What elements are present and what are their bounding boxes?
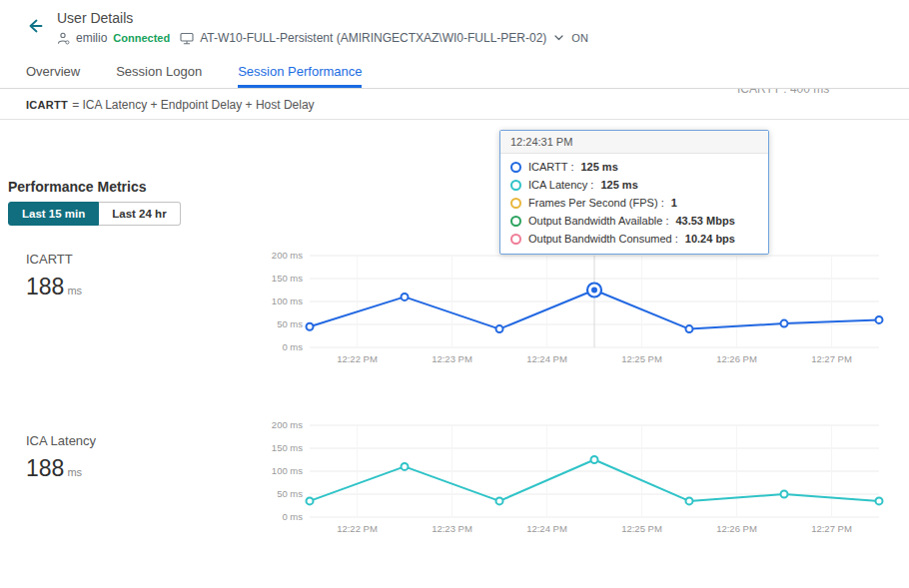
- fps-series-dot-icon: [510, 198, 521, 209]
- icartt-trend-chart[interactable]: 0 ms50 ms100 ms150 ms200 ms12:22 PM12:23…: [255, 246, 884, 369]
- tab-session-performance[interactable]: Session Performance: [238, 64, 362, 88]
- last-15-min-button[interactable]: Last 15 min: [8, 202, 99, 226]
- bandwidth-available-series-dot-icon: [510, 216, 521, 227]
- svg-text:150 ms: 150 ms: [272, 273, 303, 284]
- back-button[interactable]: [22, 13, 48, 39]
- svg-text:12:24 PM: 12:24 PM: [526, 523, 567, 534]
- last-24-hr-button[interactable]: Last 24 hr: [99, 202, 180, 226]
- formula-row: ICARTT= ICA Latency + Endpoint Delay + H…: [0, 89, 909, 120]
- metric-value: 188ms: [26, 274, 82, 300]
- tooltip-item-bandwidth-available: Output Bandwidth Available : 43.53 Mbps: [500, 212, 768, 230]
- svg-text:12:26 PM: 12:26 PM: [716, 353, 757, 364]
- tooltip-item-label: Output Bandwidth Consumed :: [528, 233, 678, 245]
- svg-text:100 ms: 100 ms: [272, 465, 303, 476]
- svg-text:0 ms: 0 ms: [282, 341, 303, 352]
- tab-bar: Overview Session Logon Session Performan…: [0, 57, 909, 89]
- svg-text:12:25 PM: 12:25 PM: [621, 353, 662, 364]
- svg-text:200 ms: 200 ms: [272, 419, 303, 430]
- username: emilio: [76, 31, 107, 45]
- tab-overview[interactable]: Overview: [26, 64, 80, 88]
- metric-value-number: 188: [26, 274, 64, 299]
- tooltip-item-icartt: ICARTT : 125 ms: [500, 158, 768, 176]
- chart-tooltip: 12:24:31 PM ICARTT : 125 ms ICA Latency …: [499, 130, 769, 255]
- clipped-hover-label: ICARTT : 400 ms: [737, 89, 829, 96]
- svg-text:12:22 PM: 12:22 PM: [337, 523, 378, 534]
- svg-text:200 ms: 200 ms: [272, 250, 303, 261]
- svg-text:150 ms: 150 ms: [272, 442, 303, 453]
- tooltip-item-value: 43.53 Mbps: [675, 215, 734, 227]
- page-title: User Details: [57, 10, 133, 26]
- icartt-metric-block: ICARTT 188ms: [26, 252, 82, 300]
- machine-icon: [180, 32, 194, 45]
- ica-latency-series-dot-icon: [510, 180, 521, 191]
- tab-session-logon[interactable]: Session Logon: [116, 64, 202, 88]
- ica-latency-metric-block: ICA Latency 188ms: [26, 433, 96, 482]
- svg-text:12:23 PM: 12:23 PM: [432, 353, 472, 364]
- metric-name: ICARTT: [26, 252, 82, 267]
- metric-unit: ms: [67, 285, 82, 296]
- formula-term: ICARTT: [26, 99, 68, 111]
- svg-text:12:24 PM: 12:24 PM: [526, 353, 567, 364]
- metric-name: ICA Latency: [26, 433, 96, 448]
- tooltip-item-ica-latency: ICA Latency : 125 ms: [500, 176, 768, 194]
- tooltip-item-label: Output Bandwidth Available :: [528, 215, 668, 227]
- svg-text:12:27 PM: 12:27 PM: [811, 523, 852, 534]
- user-icon: [57, 32, 70, 45]
- tooltip-item-value: 125 ms: [580, 161, 617, 173]
- tooltip-body: ICARTT : 125 ms ICA Latency : 125 ms Fra…: [500, 154, 768, 254]
- svg-text:12:23 PM: 12:23 PM: [432, 523, 472, 534]
- tooltip-item-bandwidth-consumed: Output Bandwidth Consumed : 10.24 bps: [500, 230, 768, 248]
- metric-value-number: 188: [26, 455, 64, 481]
- svg-text:12:27 PM: 12:27 PM: [811, 353, 852, 364]
- svg-text:100 ms: 100 ms: [272, 295, 303, 306]
- tooltip-item-label: Frames Per Second (FPS) :: [528, 197, 664, 209]
- power-state-label: ON: [571, 32, 588, 44]
- svg-text:50 ms: 50 ms: [277, 318, 303, 329]
- icartt-formula: ICARTT= ICA Latency + Endpoint Delay + H…: [26, 98, 315, 112]
- session-summary-row: emilio Connected AT-W10-FULL-Persistent …: [57, 31, 588, 45]
- tooltip-item-value: 1: [671, 197, 677, 209]
- svg-text:12:22 PM: 12:22 PM: [337, 353, 378, 364]
- time-range-toggle: Last 15 min Last 24 hr: [8, 202, 181, 226]
- svg-text:50 ms: 50 ms: [277, 488, 303, 499]
- svg-text:12:26 PM: 12:26 PM: [716, 523, 757, 534]
- bandwidth-consumed-series-dot-icon: [510, 234, 521, 245]
- tooltip-item-value: 10.24 bps: [685, 233, 735, 245]
- machine-dropdown-chevron-icon[interactable]: [554, 35, 563, 41]
- metric-value: 188ms: [26, 455, 96, 482]
- tooltip-item-label: ICARTT :: [528, 161, 573, 173]
- tooltip-item-fps: Frames Per Second (FPS) : 1: [500, 194, 768, 212]
- tooltip-timestamp: 12:24:31 PM: [500, 131, 768, 154]
- performance-metrics-heading: Performance Metrics: [8, 179, 147, 195]
- svg-text:12:25 PM: 12:25 PM: [621, 523, 662, 534]
- tooltip-item-value: 125 ms: [600, 179, 637, 191]
- formula-expansion: = ICA Latency + Endpoint Delay + Host De…: [72, 98, 314, 112]
- user-details-page: User Details emilio Connected AT-W10-FUL…: [0, 0, 909, 588]
- icartt-series-dot-icon: [510, 162, 521, 173]
- connection-status-badge: Connected: [113, 32, 170, 44]
- metric-unit: ms: [67, 466, 82, 478]
- tooltip-item-label: ICA Latency :: [528, 179, 593, 191]
- svg-text:0 ms: 0 ms: [282, 511, 303, 522]
- back-arrow-icon: [25, 16, 45, 36]
- ica-latency-trend-chart[interactable]: 0 ms50 ms100 ms150 ms200 ms12:22 PM12:23…: [255, 415, 884, 539]
- machine-name: AT-W10-FULL-Persistent (AMIRINGECTXAZ\WI…: [200, 31, 546, 45]
